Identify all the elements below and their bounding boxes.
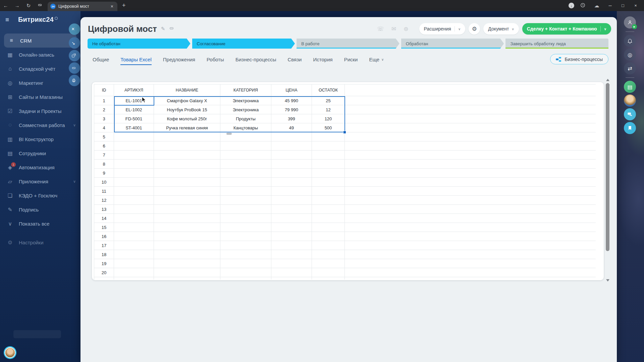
- sheet-cell[interactable]: [220, 241, 271, 250]
- sheet-cell[interactable]: [271, 232, 312, 241]
- sheet-cell[interactable]: [154, 268, 220, 277]
- sheet-cell[interactable]: [220, 169, 271, 178]
- sheet-cell[interactable]: [154, 232, 220, 241]
- open-new-window-button[interactable]: [69, 50, 80, 61]
- sheet-cell[interactable]: [154, 241, 220, 250]
- new-tab-button[interactable]: +: [122, 2, 126, 9]
- sheet-cell[interactable]: [220, 250, 271, 259]
- sheet-cell[interactable]: [271, 196, 312, 205]
- sheet-cell[interactable]: [220, 268, 271, 277]
- sheet-cell[interactable]: 45 990: [271, 96, 312, 105]
- sidebar-item-tasks[interactable]: ☑Задачи и Проекты: [0, 104, 80, 118]
- sheet-cell[interactable]: [154, 169, 220, 178]
- sheet-cell[interactable]: [114, 277, 154, 280]
- panel-scroll-thumb[interactable]: [606, 83, 609, 251]
- sidebar-item-warehouse[interactable]: ⌂Складской учёт: [0, 62, 80, 76]
- sheet-cell[interactable]: 20: [94, 268, 114, 277]
- scroll-down-icon[interactable]: [606, 279, 609, 282]
- browser-link-icon[interactable]: [34, 3, 46, 8]
- sheet-cell[interactable]: [345, 84, 596, 96]
- sheet-cell[interactable]: EL-1002: [114, 105, 154, 114]
- sheet-cell[interactable]: [220, 232, 271, 241]
- chat-icon[interactable]: ⊚: [404, 25, 408, 33]
- sheet-cell[interactable]: [114, 214, 154, 223]
- sheet-cell[interactable]: Канцтовары: [220, 123, 271, 132]
- sheet-cell[interactable]: [220, 223, 271, 232]
- window-maximize-icon[interactable]: □: [618, 3, 628, 8]
- sheet-cell[interactable]: [271, 250, 312, 259]
- sheet-cell[interactable]: [345, 196, 596, 205]
- sheet-cell[interactable]: [220, 141, 271, 150]
- column-header-категория[interactable]: КАТЕГОРИЯ: [220, 84, 271, 96]
- sheet-cell[interactable]: 25: [312, 96, 345, 105]
- column-header-артикул[interactable]: АРТИКУЛ: [114, 84, 154, 96]
- sheet-cell[interactable]: [271, 223, 312, 232]
- sheet-cell[interactable]: [345, 268, 596, 277]
- sheet-cell[interactable]: [220, 277, 271, 280]
- sheet-cell[interactable]: [220, 187, 271, 196]
- sheet-cell[interactable]: [312, 268, 345, 277]
- sidebar-item-bi[interactable]: ▥BI Конструктор: [0, 132, 80, 146]
- sheet-cell[interactable]: [154, 187, 220, 196]
- column-header-остаток[interactable]: ОСТАТОК: [312, 84, 345, 96]
- sheet-cell[interactable]: Ручка гелевая синяя: [154, 123, 220, 132]
- sheet-cell[interactable]: 500: [312, 123, 345, 132]
- sheet-cell[interactable]: [114, 132, 154, 141]
- create-deal-button[interactable]: Сделку + Контакт + Компанию∨: [522, 23, 611, 35]
- document-button[interactable]: Документ∨: [483, 23, 519, 35]
- sheet-cell[interactable]: [345, 277, 596, 280]
- scroll-up-icon[interactable]: [606, 79, 609, 81]
- sheet-cell[interactable]: [154, 259, 220, 268]
- sheet-cell[interactable]: [345, 187, 596, 196]
- sheet-cell[interactable]: [345, 150, 596, 160]
- sheet-cell[interactable]: Продукты: [220, 114, 271, 123]
- history-clock-icon[interactable]: [577, 3, 588, 9]
- sheet-cell[interactable]: 14: [94, 214, 114, 223]
- sheet-cell[interactable]: [312, 241, 345, 250]
- column-header-название[interactable]: НАЗВАНИЕ: [154, 84, 220, 96]
- sheet-cell[interactable]: [312, 169, 345, 178]
- sheet-cell[interactable]: FD-5001: [114, 114, 154, 123]
- sheet-cell[interactable]: [271, 259, 312, 268]
- sheet-cell[interactable]: [345, 105, 596, 114]
- sidebar-item-marketing[interactable]: ◎Маркетинг: [0, 76, 80, 90]
- sheet-cell[interactable]: 15: [94, 223, 114, 232]
- window-close-icon[interactable]: ×: [631, 3, 641, 8]
- sheet-cell[interactable]: [154, 196, 220, 205]
- tab-связи[interactable]: Связи: [287, 54, 302, 65]
- sheet-cell[interactable]: [345, 123, 596, 132]
- sheet-cell[interactable]: [271, 160, 312, 169]
- sheet-cell[interactable]: [154, 223, 220, 232]
- stage-не-обработан[interactable]: Не обработан: [88, 39, 191, 49]
- sheet-cell[interactable]: [220, 160, 271, 169]
- sheet-cell[interactable]: 4: [94, 123, 114, 132]
- sheet-cell[interactable]: [271, 132, 312, 141]
- sheet-cell[interactable]: [154, 214, 220, 223]
- sheet-cell[interactable]: [312, 187, 345, 196]
- sheet-cell[interactable]: [312, 250, 345, 259]
- column-header-id[interactable]: ID: [94, 84, 114, 96]
- tab-история[interactable]: История: [313, 54, 332, 65]
- sheet-cell[interactable]: [220, 196, 271, 205]
- sheet-cell[interactable]: [271, 268, 312, 277]
- sheet-cell[interactable]: [271, 141, 312, 150]
- sheet-cell[interactable]: [154, 277, 220, 280]
- sheet-cell[interactable]: [345, 241, 596, 250]
- email-icon[interactable]: ✉: [391, 25, 396, 33]
- sheet-cell[interactable]: 11: [94, 187, 114, 196]
- sheet-cell[interactable]: Электроника: [220, 96, 271, 105]
- tab-товары-excel[interactable]: Товары Excel: [120, 54, 151, 65]
- bookmark-button[interactable]: [624, 122, 636, 134]
- sidebar-item-sign[interactable]: ✎Подпись: [0, 202, 80, 217]
- sheet-cell[interactable]: [154, 178, 220, 187]
- sheet-cell[interactable]: 17: [94, 241, 114, 250]
- sidebar-item-apps[interactable]: ▱Приложения∨: [0, 174, 80, 188]
- sheet-cell[interactable]: [312, 141, 345, 150]
- sheet-cell[interactable]: [114, 268, 154, 277]
- sheet-cell[interactable]: 8: [94, 160, 114, 169]
- sheet-cell[interactable]: [114, 205, 154, 214]
- sheet-cell[interactable]: ST-4001: [114, 123, 154, 132]
- sheet-cell[interactable]: [271, 214, 312, 223]
- sheet-cell[interactable]: 12: [312, 105, 345, 114]
- sheet-cell[interactable]: [345, 141, 596, 150]
